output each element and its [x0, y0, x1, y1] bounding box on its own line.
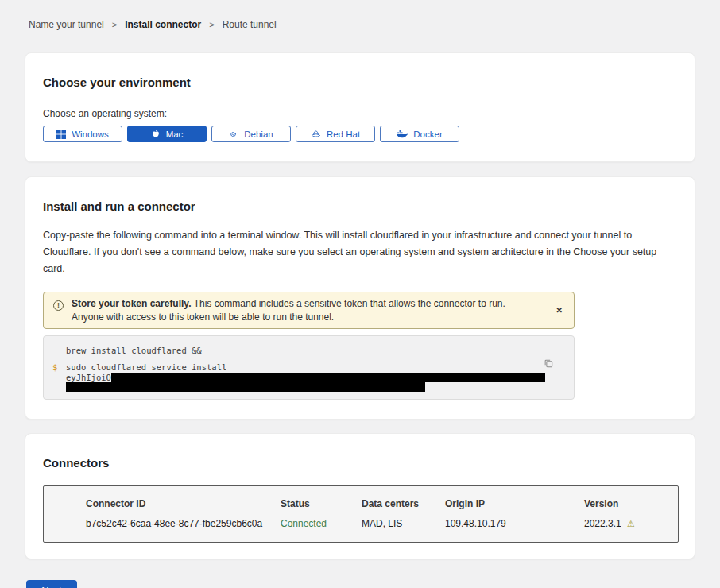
command-line-token: eyJhIjoiO — [44, 373, 574, 382]
os-button-debian[interactable]: Debian — [211, 126, 291, 142]
debian-icon — [229, 130, 238, 139]
os-button-label: Mac — [166, 130, 184, 139]
version-value: 2022.3.1 — [584, 518, 621, 529]
copy-icon — [544, 358, 553, 370]
col-header-data-centers: Data centers — [362, 498, 445, 509]
connectors-card: Connectors Connector ID Status Data cent… — [25, 433, 695, 559]
breadcrumb-step-install-connector[interactable]: Install connector — [125, 19, 201, 30]
os-button-docker[interactable]: Docker — [380, 126, 459, 142]
shell-prompt: $ — [52, 363, 57, 372]
warning-triangle-icon: ⚠ — [627, 519, 635, 528]
cell-connector-id: b7c52c42-6caa-48ee-8c77-fbe259cb6c0a — [86, 518, 281, 529]
col-header-version: Version — [584, 498, 678, 509]
apple-icon — [151, 129, 161, 139]
os-button-label: Docker — [413, 130, 442, 139]
redhat-icon — [311, 129, 321, 139]
environment-card: Choose your environment Choose an operat… — [25, 52, 695, 162]
warning-title: Store your token carefully. — [72, 298, 192, 309]
command-text: sudo cloudflared service install — [66, 362, 226, 372]
os-button-label: Debian — [244, 130, 273, 139]
windows-icon — [56, 130, 66, 139]
connectors-table: Connector ID Status Data centers Origin … — [43, 485, 679, 543]
os-select-label: Choose an operating system: — [43, 108, 677, 119]
token-warning-banner: ! Store your token carefully. This comma… — [43, 292, 575, 329]
environment-card-title: Choose your environment — [43, 75, 677, 89]
next-button[interactable]: Next — [26, 580, 77, 588]
install-card-description: Copy-paste the following command into a … — [43, 227, 677, 277]
os-button-row: Windows Mac Debian — [43, 126, 677, 142]
connectors-card-title: Connectors — [43, 456, 677, 470]
cell-data-centers: MAD, LIS — [362, 518, 445, 529]
breadcrumb-step-name-tunnel[interactable]: Name your tunnel — [29, 19, 104, 30]
breadcrumb-separator: > — [112, 20, 117, 29]
os-button-windows[interactable]: Windows — [43, 126, 122, 142]
os-button-label: Windows — [72, 130, 109, 139]
copy-command-button[interactable] — [542, 357, 555, 372]
redaction-bar — [66, 382, 425, 392]
col-header-origin-ip: Origin IP — [445, 498, 584, 509]
warning-close-button[interactable]: ✕ — [553, 304, 566, 316]
command-line-brew: brew install cloudflared && — [44, 346, 574, 355]
cell-origin-ip: 109.48.10.179 — [445, 518, 584, 529]
os-button-label: Red Hat — [327, 130, 360, 139]
col-header-status: Status — [281, 498, 362, 509]
warning-message: Store your token carefully. This command… — [72, 296, 532, 324]
col-header-connector-id: Connector ID — [86, 498, 281, 509]
install-card-title: Install and run a connector — [43, 199, 677, 213]
os-button-redhat[interactable]: Red Hat — [296, 126, 375, 142]
status-badge: Connected — [281, 518, 362, 529]
command-line-sudo: $ sudo cloudflared service install — [44, 363, 574, 372]
docker-icon — [397, 130, 408, 138]
install-command-block: brew install cloudflared && $ sudo cloud… — [43, 335, 575, 400]
breadcrumb-step-route-tunnel[interactable]: Route tunnel — [223, 19, 277, 30]
os-button-mac[interactable]: Mac — [127, 126, 207, 142]
redaction-bar — [111, 373, 545, 382]
breadcrumb-separator: > — [209, 20, 214, 29]
alert-circle-icon: ! — [53, 300, 64, 311]
breadcrumb: Name your tunnel > Install connector > R… — [0, 0, 720, 30]
token-prefix: eyJhIjoiO — [66, 373, 111, 382]
cell-version: 2022.3.1 ⚠ — [584, 518, 678, 529]
install-connector-card: Install and run a connector Copy-paste t… — [25, 176, 695, 420]
